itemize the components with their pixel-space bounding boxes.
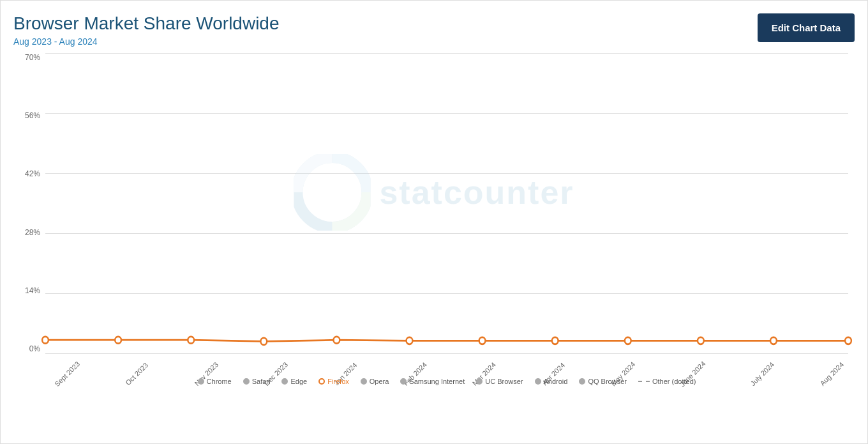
header: Browser Market Share Worldwide Aug 2023 … (13, 13, 855, 47)
x-label-apr2024: Apr 2024 (537, 358, 570, 390)
legend-label-chrome: Chrome (207, 378, 232, 385)
y-label-42: 42% (25, 169, 40, 178)
title-block: Browser Market Share Worldwide Aug 2023 … (13, 13, 280, 47)
legend-item-qqbrowser: QQ Browser (579, 378, 627, 385)
firefox-point-0 (42, 337, 49, 344)
legend-label-firefox: Firefox (327, 378, 349, 385)
y-label-56: 56% (25, 111, 40, 120)
legend-dot-safari (243, 378, 250, 385)
legend-dash-other (638, 381, 650, 382)
legend-label-opera: Opera (370, 378, 389, 385)
legend-dot-firefox (318, 378, 325, 385)
x-label-oct2023: Oct 2023 (121, 358, 153, 390)
y-label-0: 0% (29, 344, 40, 353)
firefox-point-8 (625, 337, 631, 344)
legend-item-edge: Edge (281, 378, 307, 385)
legend-dot-edge (281, 378, 288, 385)
legend-item-android: Android (535, 378, 568, 385)
legend-label-qqbrowser: QQ Browser (588, 378, 627, 385)
legend-label-ucbrowser: UC Browser (485, 378, 523, 385)
chart-title: Browser Market Share Worldwide (13, 13, 280, 34)
x-label-july2024: July 2024 (746, 358, 779, 390)
x-label-sept2023: Sept 2023 (51, 358, 84, 390)
firefox-point-6 (479, 337, 486, 344)
legend-dot-samsung (400, 378, 407, 385)
legend-item-safari: Safari (243, 378, 271, 385)
x-label-dec2023: Dec 2023 (260, 358, 292, 390)
firefox-point-7 (552, 337, 558, 344)
firefox-point-11 (845, 337, 851, 344)
legend: Chrome Safari Edge Firefox Opera Samsung… (45, 378, 848, 385)
page-container: Browser Market Share Worldwide Aug 2023 … (0, 0, 868, 444)
legend-item-other: Other (dotted) (638, 378, 696, 385)
x-label-june2024: June 2024 (677, 358, 709, 390)
x-label-jan2024: Jan 2024 (329, 358, 361, 390)
chart-area: 70% 56% 42% 28% 14% 0% statcoun (13, 53, 855, 385)
legend-dot-chrome (198, 378, 204, 385)
legend-item-chrome: Chrome (198, 378, 232, 385)
legend-dot-opera (361, 378, 367, 385)
legend-label-samsung: Samsung Internet (409, 378, 465, 385)
legend-label-safari: Safari (252, 378, 271, 385)
x-label-mar2024: Mar 2024 (468, 358, 500, 390)
firefox-point-3 (260, 338, 267, 345)
y-label-14: 14% (25, 286, 40, 295)
legend-label-android: Android (544, 378, 568, 385)
chart-svg (45, 53, 848, 353)
x-label-feb2024: Feb 2024 (398, 358, 431, 390)
firefox-point-10 (770, 337, 777, 344)
firefox-point-5 (407, 337, 413, 344)
legend-item-samsung: Samsung Internet (400, 378, 465, 385)
legend-dot-qqbrowser (579, 378, 585, 385)
firefox-point-9 (698, 337, 704, 344)
legend-label-edge: Edge (290, 378, 307, 385)
firefox-point-4 (334, 337, 340, 344)
y-axis: 70% 56% 42% 28% 14% 0% (13, 53, 45, 353)
edit-chart-button[interactable]: Edit Chart Data (758, 13, 855, 42)
legend-item-firefox: Firefox (318, 378, 349, 385)
chart-subtitle: Aug 2023 - Aug 2024 (13, 36, 280, 47)
y-label-28: 28% (25, 228, 40, 237)
legend-item-ucbrowser: UC Browser (476, 378, 523, 385)
y-label-70: 70% (25, 53, 40, 62)
firefox-point-1 (115, 337, 121, 344)
legend-dot-android (535, 378, 541, 385)
legend-dot-ucbrowser (476, 378, 483, 385)
firefox-point-2 (188, 337, 194, 344)
x-label-nov2023: Nov 2023 (190, 358, 223, 390)
legend-label-other: Other (dotted) (652, 378, 696, 385)
grid-line-0 (45, 353, 848, 354)
x-label-aug2024: Aug 2024 (816, 358, 848, 390)
x-label-may2024: May 2024 (607, 358, 640, 390)
legend-item-opera: Opera (361, 378, 389, 385)
